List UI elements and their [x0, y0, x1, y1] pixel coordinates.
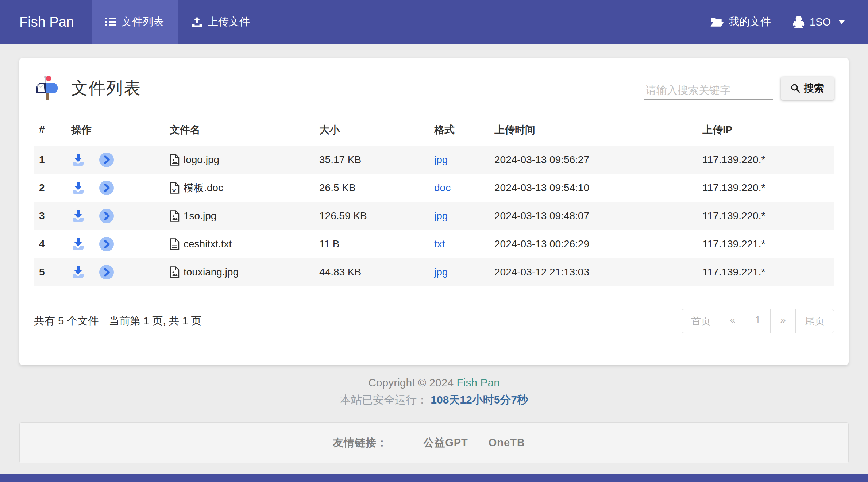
tab-file-list[interactable]: 文件列表 [92, 0, 178, 44]
file-word-icon: w [170, 182, 180, 194]
file-size: 11 B [319, 230, 434, 258]
download-button[interactable] [71, 237, 85, 251]
open-button[interactable] [99, 236, 114, 252]
file-table: # 操作 文件名 大小 格式 上传时间 上传IP 1logo.jpg35.17 … [34, 114, 834, 286]
format-link[interactable]: doc [434, 182, 451, 193]
file-name: ceshitxt.txt [184, 238, 232, 250]
friend-links-label: 友情链接： [333, 436, 387, 450]
pagination-first[interactable]: 首页 [682, 309, 720, 333]
upload-time: 2024-03-13 00:26:29 [494, 230, 702, 258]
pagination-last[interactable]: 尾页 [795, 309, 834, 333]
search-wrap: 搜索 [644, 77, 834, 100]
row-actions [71, 180, 170, 196]
col-upload-ip: 上传IP [702, 114, 834, 146]
footer-brand-link[interactable]: Fish Pan [456, 377, 499, 389]
action-divider [92, 181, 92, 195]
upload-ip: 117.139.221.* [702, 230, 834, 258]
action-divider [92, 265, 92, 279]
friend-link-gpt[interactable]: 公益GPT [423, 436, 468, 450]
file-name-cell: logo.jpg [170, 154, 319, 166]
download-button[interactable] [71, 181, 85, 195]
file-image-icon [170, 266, 180, 278]
card-footer: 共有 5 个文件 当前第 1 页, 共 1 页 首页 « 1 » 尾页 [34, 309, 834, 333]
file-name-cell: ceshitxt.txt [170, 238, 319, 250]
friend-link-onetb[interactable]: OneTB [489, 437, 525, 449]
uptime-line: 本站已安全运行： 108天12小时5分7秒 [0, 393, 868, 408]
upload-time: 2024-03-12 21:13:03 [494, 258, 702, 286]
format-link[interactable]: jpg [434, 210, 448, 221]
tab-file-list-label: 文件列表 [121, 15, 164, 29]
file-size: 35.17 KB [319, 146, 434, 174]
row-actions [71, 208, 170, 224]
search-button[interactable]: 搜索 [781, 77, 834, 100]
pagination-page-1[interactable]: 1 [745, 309, 771, 333]
open-button[interactable] [99, 180, 114, 196]
action-divider [92, 209, 92, 223]
table-row: 2w模板.doc26.5 KBdoc2024-03-13 09:54:10117… [34, 174, 834, 202]
list-summary: 共有 5 个文件 当前第 1 页, 共 1 页 [34, 314, 202, 328]
file-text-icon [170, 238, 180, 250]
table-row: 1logo.jpg35.17 KBjpg2024-03-13 09:56:271… [34, 146, 834, 174]
tab-upload-label: 上传文件 [208, 15, 250, 29]
brand-logo[interactable]: Fish Pan [0, 0, 92, 44]
format-link[interactable]: txt [434, 238, 445, 250]
copyright-line: Copyright © 2024 Fish Pan [0, 377, 868, 389]
open-button[interactable] [99, 265, 114, 280]
search-button-label: 搜索 [804, 81, 824, 95]
pagination: 首页 « 1 » 尾页 [682, 309, 834, 333]
caret-down-icon [839, 20, 845, 27]
file-name-cell: touxiang.jpg [170, 266, 319, 278]
table-row: 4ceshitxt.txt11 Btxt2024-03-13 00:26:291… [34, 230, 834, 258]
col-upload-time: 上传时间 [494, 114, 702, 146]
file-name: logo.jpg [184, 154, 219, 166]
file-size: 126.59 KB [319, 202, 434, 230]
card-header: 文件列表 搜索 [34, 75, 834, 102]
action-divider [92, 237, 92, 251]
my-files-link[interactable]: 我的文件 [710, 15, 771, 29]
upload-ip: 117.139.221.* [702, 258, 834, 286]
action-divider [92, 153, 92, 167]
navbar-right: 我的文件 1SO [710, 0, 868, 44]
navbar: Fish Pan 文件列表 上传文件 [0, 0, 868, 44]
upload-time: 2024-03-13 09:54:10 [494, 174, 702, 202]
table-row: 5touxiang.jpg44.83 KBjpg2024-03-12 21:13… [34, 258, 834, 286]
search-input[interactable] [644, 81, 773, 100]
summary-total: 共有 5 个文件 [34, 314, 99, 328]
file-name: 1so.jpg [184, 210, 216, 222]
list-icon [105, 17, 116, 27]
file-size: 44.83 KB [319, 258, 434, 286]
upload-time: 2024-03-13 09:56:27 [494, 146, 702, 174]
file-name: touxiang.jpg [184, 266, 239, 278]
copyright-text: Copyright © 2024 [368, 377, 456, 389]
row-actions [71, 236, 170, 252]
row-index: 1 [34, 146, 71, 174]
pagination-prev[interactable]: « [720, 309, 745, 333]
folder-open-icon [710, 16, 724, 27]
download-button[interactable] [71, 209, 85, 223]
table-row: 31so.jpg126.59 KBjpg2024-03-13 09:48:071… [34, 202, 834, 230]
summary-page-info: 当前第 1 页, 共 1 页 [109, 314, 202, 328]
upload-ip: 117.139.220.* [702, 146, 834, 174]
download-button[interactable] [71, 153, 85, 167]
col-actions: 操作 [71, 114, 170, 146]
format-link[interactable]: jpg [434, 266, 448, 278]
svg-text:w: w [172, 188, 176, 193]
pagination-next[interactable]: » [770, 309, 796, 333]
open-button[interactable] [99, 208, 114, 224]
file-name-cell: 1so.jpg [170, 210, 319, 222]
format-link[interactable]: jpg [434, 154, 448, 165]
bottom-bar [0, 474, 868, 482]
upload-icon [192, 16, 202, 27]
file-size: 26.5 KB [319, 174, 434, 202]
search-icon [791, 84, 800, 93]
my-files-label: 我的文件 [729, 15, 771, 29]
page-title: 文件列表 [71, 77, 141, 100]
row-actions [71, 152, 170, 167]
open-button[interactable] [99, 152, 114, 167]
upload-time: 2024-03-13 09:48:07 [494, 202, 702, 230]
tab-upload[interactable]: 上传文件 [178, 0, 264, 44]
user-dropdown[interactable]: 1SO [793, 15, 845, 28]
qq-penguin-icon [793, 15, 805, 28]
friend-links-box: 友情链接： 公益GPT OneTB [19, 422, 849, 463]
download-button[interactable] [71, 265, 85, 279]
